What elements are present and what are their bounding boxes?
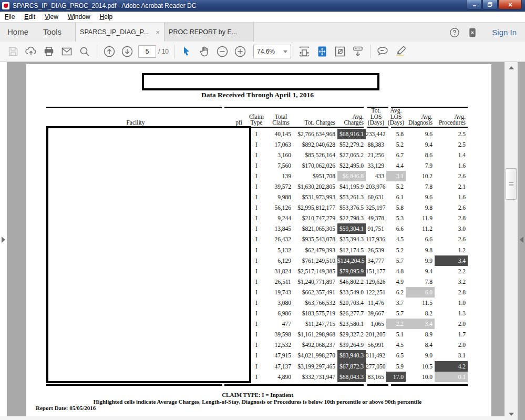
- table-cell: 4.5: [386, 340, 406, 350]
- zoom-in-icon[interactable]: [231, 44, 249, 59]
- table-cell: 2.2: [386, 319, 406, 329]
- redacted-title-box: [142, 73, 379, 90]
- scroll-down-icon[interactable]: [509, 413, 514, 416]
- hand-tool-icon[interactable]: [195, 44, 213, 59]
- table-cell: 9,988: [269, 192, 293, 202]
- table-cell: $67,872.3: [337, 361, 366, 372]
- search-icon[interactable]: [76, 44, 94, 59]
- scrollbar-thumb[interactable]: [506, 168, 517, 200]
- table-cell: 9,244: [269, 213, 293, 223]
- table-cell: 6,986: [269, 308, 293, 319]
- table-cell: 1.7: [435, 329, 468, 340]
- table-cell: 8.6: [406, 150, 435, 160]
- table-cell: 139: [269, 171, 293, 181]
- table-cell: $79,095.9: [337, 266, 366, 276]
- table-cell: 26,539: [366, 245, 386, 255]
- report-date: Report Date: 05/05/2016: [36, 405, 96, 411]
- table-cell: $39,264.9: [337, 340, 366, 350]
- maximize-button[interactable]: [482, 0, 498, 9]
- table-cell: 9.4: [406, 266, 435, 276]
- tab-document2-label: PROC REPORT by E...: [169, 28, 249, 36]
- table-cell: 6.1: [386, 192, 406, 202]
- table-cell: 11.5: [406, 298, 435, 308]
- fit-width-icon[interactable]: [295, 44, 313, 59]
- header-avg-charges: Avg. Charges: [337, 108, 366, 129]
- table-cell: 2.5: [435, 139, 468, 150]
- table-cell: 7.8: [406, 181, 435, 192]
- menu-view[interactable]: View: [40, 12, 63, 22]
- tab-document-active[interactable]: SPARCS_IP_DIAG_P... ×: [75, 23, 164, 42]
- previous-page-icon[interactable]: [100, 44, 118, 59]
- title-bar[interactable]: SPARCS_IP_DIAG_PROC_2014.pdf - Adobe Acr…: [0, 0, 525, 12]
- close-button[interactable]: [498, 0, 522, 9]
- table-cell: 13,845: [269, 223, 293, 234]
- table-cell: 311,492: [366, 350, 386, 361]
- table-cell: 9.0: [406, 350, 435, 361]
- table-cell: $35,394.3: [337, 234, 366, 244]
- minimize-button[interactable]: [467, 0, 482, 9]
- page-number-input[interactable]: [138, 45, 156, 58]
- table-cell: 5.2: [386, 245, 406, 255]
- zoom-out-icon[interactable]: [213, 44, 231, 59]
- table-cell: 34,777: [366, 255, 386, 266]
- table-cell: 3.1: [386, 171, 406, 181]
- share-upload-icon[interactable]: [22, 44, 40, 59]
- help-icon[interactable]: [446, 25, 464, 40]
- tab-document-inactive[interactable]: PROC REPORT by E...: [164, 23, 254, 42]
- sign-in-link[interactable]: Sign In: [492, 28, 517, 37]
- tab-tools[interactable]: Tools: [36, 23, 69, 42]
- main-toolbar: / 10 74.6%: [0, 42, 525, 62]
- select-tool-icon[interactable]: [178, 44, 195, 59]
- table-cell: $11,247,715: [293, 319, 337, 329]
- horizontal-scrollbar[interactable]: [0, 416, 505, 420]
- redacted-facility-box: [46, 126, 251, 383]
- table-cell: 88,383: [366, 139, 386, 150]
- table-cell: $935,543,078: [293, 234, 337, 244]
- table-cell: $662,357,491: [293, 287, 337, 298]
- table-cell: $68,043.3: [337, 372, 366, 382]
- highlighter-icon[interactable]: [392, 44, 409, 59]
- fullscreen-icon[interactable]: [331, 44, 349, 59]
- table-cell: 277,050: [366, 361, 386, 372]
- open-left-panel-icon[interactable]: [2, 237, 5, 243]
- scroll-up-icon[interactable]: [509, 66, 514, 69]
- menu-help[interactable]: Help: [95, 12, 118, 22]
- menu-edit[interactable]: Edit: [19, 12, 40, 22]
- vertical-scrollbar[interactable]: [505, 62, 518, 420]
- next-page-icon[interactable]: [118, 44, 136, 59]
- email-icon[interactable]: [58, 44, 76, 59]
- table-cell: 60,631: [366, 192, 386, 202]
- open-right-panel-icon[interactable]: [520, 237, 523, 243]
- menu-window[interactable]: Window: [63, 12, 95, 22]
- table-cell: 5.1: [386, 329, 406, 340]
- table-cell: 5.2: [386, 181, 406, 192]
- fit-page-icon[interactable]: [313, 44, 331, 59]
- table-cell: 9.8: [406, 245, 435, 255]
- table-cell: $20,703.4: [337, 298, 366, 308]
- table-cell: $26,277.7: [337, 308, 366, 319]
- tab-close-icon[interactable]: ×: [156, 28, 160, 36]
- save-icon[interactable]: [4, 44, 22, 59]
- print-icon[interactable]: [40, 44, 58, 59]
- table-cell: 12,532: [269, 340, 293, 350]
- reading-mode-icon[interactable]: [349, 44, 367, 59]
- comment-icon[interactable]: [374, 44, 392, 59]
- table-cell: $492,068,237: [293, 340, 337, 350]
- zoom-level-select[interactable]: 74.6%: [253, 45, 291, 58]
- table-cell: 5.7: [386, 308, 406, 319]
- tab-home[interactable]: Home: [0, 23, 36, 42]
- table-cell: 33,129: [366, 160, 386, 171]
- table-cell: 151,177: [366, 266, 386, 276]
- table-cell: 19,743: [269, 287, 293, 298]
- table-cell: $53,376.5: [337, 202, 366, 213]
- mobile-device-icon[interactable]: [464, 25, 481, 40]
- table-cell: 40,145: [269, 129, 293, 139]
- table-cell: 233,442: [366, 129, 386, 139]
- table-cell: $183,575,719: [293, 308, 337, 319]
- header-tot-los: Tot. LOS (Days): [366, 108, 386, 129]
- table-cell: 21,256: [366, 150, 386, 160]
- table-cell: 26,511: [269, 276, 293, 287]
- menu-file[interactable]: File: [0, 12, 19, 22]
- table-cell: 2.0: [435, 319, 468, 329]
- table-cell: 2.6: [435, 234, 468, 244]
